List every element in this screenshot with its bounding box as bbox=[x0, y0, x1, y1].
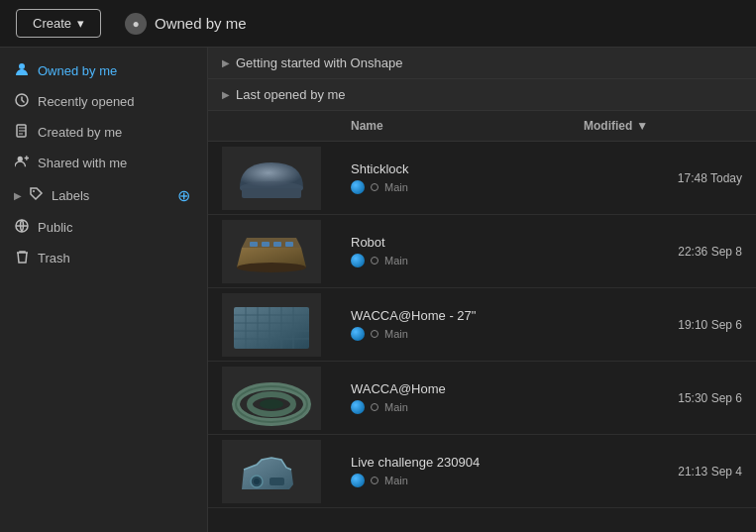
svg-rect-12 bbox=[262, 242, 270, 247]
branch-dot-live-challenge bbox=[371, 477, 378, 484]
sidebar-label-recently-opened: Recently opened bbox=[38, 94, 193, 109]
doc-thumb-robot bbox=[222, 220, 321, 283]
document-icon bbox=[14, 124, 30, 141]
doc-modified-wacca: 15:30 Sep 6 bbox=[584, 391, 742, 405]
sidebar-label-created-by-me: Created by me bbox=[38, 125, 193, 140]
svg-rect-11 bbox=[250, 242, 258, 247]
sidebar-item-owned-by-me[interactable]: Owned by me bbox=[0, 55, 207, 86]
shared-person-icon bbox=[14, 155, 30, 171]
tag-icon bbox=[30, 187, 44, 204]
branch-name-robot: Main bbox=[384, 255, 408, 266]
doc-meta-live-challenge: Main bbox=[351, 474, 584, 487]
globe-public-icon-shticklock bbox=[351, 180, 365, 194]
branch-name-wacca-27: Main bbox=[384, 328, 408, 340]
page-title-area: ● Owned by me bbox=[125, 13, 247, 35]
doc-name-wacca: WACCA@Home bbox=[351, 381, 584, 396]
doc-row-wacca-27[interactable]: WACCA@Home - 27" Main 19:10 Sep 6 bbox=[208, 288, 756, 362]
col-thumb-header bbox=[222, 119, 351, 133]
doc-meta-shticklock: Main bbox=[351, 180, 584, 194]
sidebar-item-shared-with-me[interactable]: Shared with me bbox=[0, 148, 207, 178]
svg-rect-9 bbox=[242, 188, 301, 198]
sidebar-item-public[interactable]: Public bbox=[0, 212, 207, 243]
table-header: Name Modified ▼ bbox=[208, 111, 756, 142]
col-name-header[interactable]: Name bbox=[351, 119, 584, 133]
doc-row-wacca[interactable]: WACCA@Home Main 15:30 Sep 6 bbox=[208, 362, 756, 435]
section-arrow-getting-started: ▶ bbox=[222, 57, 230, 68]
globe-public-icon-live-challenge bbox=[351, 474, 365, 487]
doc-info-shticklock: Shticklock Main bbox=[351, 154, 584, 202]
doc-thumb-shticklock bbox=[222, 147, 321, 210]
globe-public-icon-wacca-27 bbox=[351, 327, 365, 341]
doc-modified-robot: 22:36 Sep 8 bbox=[584, 245, 742, 259]
svg-rect-13 bbox=[273, 242, 281, 247]
trash-icon bbox=[14, 250, 30, 266]
globe-public-icon-robot bbox=[351, 254, 365, 267]
svg-point-3 bbox=[18, 157, 23, 161]
doc-name-shticklock: Shticklock bbox=[351, 161, 584, 176]
section-last-opened-label: Last opened by me bbox=[236, 87, 346, 102]
svg-point-0 bbox=[19, 63, 25, 69]
doc-modified-shticklock: 17:48 Today bbox=[584, 171, 742, 185]
topbar: Create ▾ ● Owned by me bbox=[0, 0, 756, 48]
doc-thumb-wacca-27 bbox=[222, 293, 321, 357]
sidebar-item-created-by-me[interactable]: Created by me bbox=[0, 117, 207, 148]
svg-rect-17 bbox=[234, 307, 309, 349]
svg-rect-35 bbox=[270, 478, 284, 485]
globe-icon bbox=[14, 219, 30, 236]
section-getting-started[interactable]: ▶ Getting started with Onshape bbox=[208, 48, 756, 79]
col-modified-label: Modified bbox=[584, 119, 632, 133]
person-icon bbox=[14, 62, 30, 79]
sidebar: Owned by me Recently opened Created by m… bbox=[0, 48, 208, 532]
doc-thumb-live-challenge bbox=[222, 440, 321, 503]
doc-name-wacca-27: WACCA@Home - 27" bbox=[351, 308, 584, 323]
doc-meta-robot: Main bbox=[351, 254, 584, 267]
section-getting-started-label: Getting started with Onshape bbox=[236, 55, 402, 70]
svg-point-34 bbox=[254, 479, 260, 484]
main-layout: Owned by me Recently opened Created by m… bbox=[0, 48, 756, 532]
sort-indicator: ▼ bbox=[636, 119, 648, 133]
svg-point-4 bbox=[33, 190, 35, 192]
col-modified-header[interactable]: Modified ▼ bbox=[584, 119, 742, 133]
sidebar-item-labels[interactable]: ▶ Labels ⊕ bbox=[0, 178, 207, 212]
branch-name-wacca: Main bbox=[384, 401, 408, 413]
sidebar-label-public: Public bbox=[38, 220, 193, 235]
doc-name-live-challenge: Live challenge 230904 bbox=[351, 455, 584, 470]
doc-thumb-wacca bbox=[222, 367, 321, 430]
sidebar-label-shared-with-me: Shared with me bbox=[38, 156, 193, 170]
svg-point-15 bbox=[237, 263, 306, 272]
branch-name-live-challenge: Main bbox=[384, 475, 408, 486]
doc-modified-wacca-27: 19:10 Sep 6 bbox=[584, 318, 742, 332]
doc-meta-wacca-27: Main bbox=[351, 327, 584, 341]
branch-dot-robot bbox=[371, 257, 378, 265]
sidebar-label-owned-by-me: Owned by me bbox=[38, 63, 193, 78]
add-label-button[interactable]: ⊕ bbox=[173, 185, 193, 205]
branch-dot-wacca-27 bbox=[371, 330, 378, 338]
doc-info-live-challenge: Live challenge 230904 Main bbox=[351, 447, 584, 495]
doc-info-robot: Robot Main bbox=[351, 227, 584, 275]
doc-name-robot: Robot bbox=[351, 235, 584, 250]
create-label: Create bbox=[33, 16, 71, 31]
create-button[interactable]: Create ▾ bbox=[16, 9, 101, 38]
clock-icon bbox=[14, 93, 30, 110]
section-last-opened[interactable]: ▶ Last opened by me bbox=[208, 79, 756, 111]
doc-info-wacca: WACCA@Home Main bbox=[351, 373, 584, 422]
create-dropdown-arrow: ▾ bbox=[77, 16, 84, 31]
branch-dot-shticklock bbox=[371, 183, 378, 191]
svg-point-31 bbox=[260, 399, 283, 409]
sidebar-label-trash: Trash bbox=[38, 251, 193, 266]
sidebar-label-labels: Labels bbox=[52, 188, 165, 203]
doc-row-shticklock[interactable]: Shticklock Main 17:48 Today bbox=[208, 142, 756, 215]
globe-public-icon-wacca bbox=[351, 400, 365, 414]
branch-dot-wacca bbox=[371, 403, 378, 411]
labels-chevron-icon: ▶ bbox=[14, 190, 22, 201]
content-area: ▶ Getting started with Onshape ▶ Last op… bbox=[208, 48, 756, 532]
branch-name-shticklock: Main bbox=[384, 181, 408, 193]
doc-row-robot[interactable]: Robot Main 22:36 Sep 8 bbox=[208, 215, 756, 288]
doc-row-live-challenge[interactable]: Live challenge 230904 Main 21:13 Sep 4 bbox=[208, 435, 756, 508]
doc-info-wacca-27: WACCA@Home - 27" Main bbox=[351, 300, 584, 349]
sidebar-item-recently-opened[interactable]: Recently opened bbox=[0, 86, 207, 117]
page-title: Owned by me bbox=[155, 15, 247, 32]
user-icon: ● bbox=[125, 13, 147, 35]
sidebar-item-trash[interactable]: Trash bbox=[0, 243, 207, 273]
doc-meta-wacca: Main bbox=[351, 400, 584, 414]
